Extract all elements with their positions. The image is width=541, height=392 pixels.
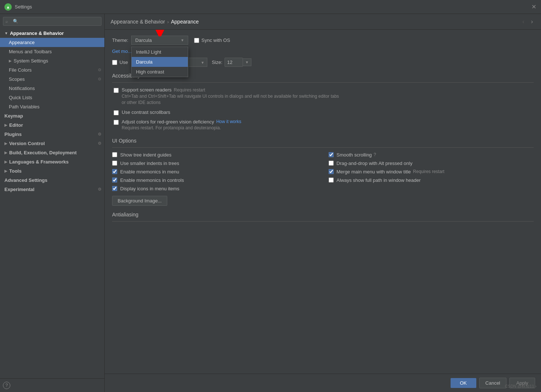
sidebar-item-plugins[interactable]: Plugins ⚙ bbox=[0, 130, 104, 139]
theme-dropdown-popup: IntelliJ Light Darcula High contrast bbox=[131, 47, 188, 77]
full-path-label: Always show full path in window header bbox=[337, 177, 421, 183]
sync-os-checkbox[interactable] bbox=[194, 38, 199, 43]
ui-option-display-icons: Display icons in menu items bbox=[112, 186, 318, 191]
nav-back-button[interactable]: ‹ bbox=[520, 18, 526, 26]
sidebar-item-menus-toolbars[interactable]: Menus and Toolbars bbox=[0, 47, 104, 56]
sidebar-item-tools[interactable]: ▶ Tools bbox=[0, 166, 104, 176]
use-custom-font-wrap: Use bbox=[112, 60, 130, 65]
red-green-checkbox[interactable] bbox=[114, 120, 119, 125]
mnemonics-menu-checkbox[interactable] bbox=[112, 169, 117, 174]
expand-arrow-icon: ▶ bbox=[4, 160, 7, 164]
accessibility-screen-readers-row: Support screen readers Requires restart … bbox=[112, 87, 534, 106]
ui-options-left-col: Show tree indent guides Use smaller inde… bbox=[112, 152, 318, 191]
main-content: ⌕ ▼ Appearance & Behavior Appearance Men… bbox=[0, 14, 541, 392]
tree-indent-checkbox[interactable] bbox=[112, 152, 117, 157]
mnemonics-controls-checkbox[interactable] bbox=[112, 177, 117, 183]
drag-drop-checkbox[interactable] bbox=[329, 161, 334, 166]
sidebar-item-keymap[interactable]: Keymap bbox=[0, 111, 104, 121]
how-it-works-link[interactable]: How it works bbox=[216, 119, 241, 124]
ui-option-mnemonics-controls: Enable mnemonics in controls bbox=[112, 177, 318, 183]
sidebar-item-advanced-settings[interactable]: Advanced Settings bbox=[0, 176, 104, 185]
sidebar-label: System Settings bbox=[14, 58, 48, 64]
nav-forward-button[interactable]: › bbox=[529, 18, 535, 26]
theme-option-high-contrast[interactable]: High contrast bbox=[132, 67, 188, 77]
ok-button[interactable]: OK bbox=[451, 378, 476, 388]
sidebar-item-version-control[interactable]: ▶ Version Control ⚙ bbox=[0, 139, 104, 148]
settings-window: ▲ Settings ✕ ⌕ ▼ Appearance & Behavior A… bbox=[0, 0, 541, 392]
contrast-scrollbars-checkbox[interactable] bbox=[114, 110, 119, 115]
sidebar-label: Notifications bbox=[9, 86, 35, 91]
theme-dropdown-button[interactable]: Darcula ▼ bbox=[131, 36, 188, 45]
use-custom-font-checkbox[interactable] bbox=[112, 60, 117, 65]
sidebar-label: Appearance bbox=[9, 40, 35, 45]
sidebar-item-editor[interactable]: ▶ Editor bbox=[0, 121, 104, 130]
sidebar-item-path-variables[interactable]: Path Variables bbox=[0, 102, 104, 111]
cancel-button[interactable]: Cancel bbox=[479, 378, 506, 388]
close-button[interactable]: ✕ bbox=[531, 4, 537, 10]
breadcrumb-current: Appearance bbox=[171, 19, 199, 25]
contrast-scrollbars-label: Use contrast scrollbars bbox=[122, 109, 170, 115]
nav-buttons: ‹ › bbox=[520, 18, 535, 26]
accessibility-red-green-row: Adjust colors for red-green vision defic… bbox=[112, 119, 534, 130]
sidebar-item-appearance-behavior[interactable]: ▼ Appearance & Behavior bbox=[0, 29, 104, 38]
sidebar-label: Scopes bbox=[9, 76, 25, 82]
requires-restart-badge: Requires restart bbox=[174, 87, 205, 93]
smaller-indents-checkbox[interactable] bbox=[112, 161, 117, 166]
sidebar-item-languages[interactable]: ▶ Languages & Frameworks bbox=[0, 157, 104, 166]
theme-option-darcula[interactable]: Darcula bbox=[132, 57, 188, 67]
drag-drop-label: Drag-and-drop with Alt pressed only bbox=[337, 161, 413, 166]
screen-readers-checkbox[interactable] bbox=[114, 88, 119, 93]
sidebar-item-experimental[interactable]: Experimental ⚙ bbox=[0, 185, 104, 194]
display-icons-checkbox[interactable] bbox=[112, 186, 117, 191]
antialiasing-title: Antialiasing bbox=[112, 212, 534, 217]
settings-icon: ⚙ bbox=[98, 77, 101, 82]
expand-arrow-icon: ▶ bbox=[4, 169, 7, 173]
ui-options-right-col: Smooth scrolling ? Drag-and-drop with Al… bbox=[329, 152, 534, 191]
sidebar-item-quick-lists[interactable]: Quick Lists bbox=[0, 93, 104, 102]
help-button[interactable]: ? bbox=[3, 382, 10, 389]
sidebar-item-system-settings[interactable]: ▶ System Settings bbox=[0, 56, 104, 65]
sidebar-label: Quick Lists bbox=[9, 95, 32, 100]
title-bar: ▲ Settings ✕ bbox=[0, 0, 541, 14]
background-image-button[interactable]: Background Image... bbox=[112, 196, 167, 206]
expand-arrow-icon: ▶ bbox=[4, 151, 7, 155]
red-green-subtext: Requires restart. For protanopia and deu… bbox=[122, 125, 241, 130]
smooth-scrolling-checkbox[interactable] bbox=[329, 152, 334, 157]
sidebar-label: Menus and Toolbars bbox=[9, 49, 52, 54]
search-box: ⌕ bbox=[3, 17, 101, 26]
display-icons-label: Display icons in menu items bbox=[120, 186, 179, 191]
merge-menu-label: Merge main menu with window title bbox=[337, 169, 411, 175]
screen-readers-subtext: Ctrl+Tab and Ctrl+Shift+Tab will navigat… bbox=[122, 93, 342, 106]
merge-menu-checkbox[interactable] bbox=[329, 169, 334, 174]
font-size-input[interactable] bbox=[225, 58, 243, 67]
settings-icon: ⚙ bbox=[98, 187, 101, 192]
search-input[interactable] bbox=[3, 17, 101, 26]
settings-icon: ⚙ bbox=[98, 132, 101, 137]
smooth-scrolling-label: Smooth scrolling bbox=[337, 152, 372, 158]
font-size-dropdown-btn[interactable]: ▼ bbox=[243, 58, 251, 66]
ui-option-drag-drop: Drag-and-drop with Alt pressed only bbox=[329, 161, 534, 166]
settings-icon: ⚙ bbox=[98, 141, 101, 146]
smooth-scrolling-help-icon[interactable]: ? bbox=[374, 152, 376, 157]
use-custom-font-label: Use bbox=[119, 60, 128, 65]
get-more-themes-link[interactable]: Get mo... bbox=[112, 48, 132, 54]
sidebar-item-scopes[interactable]: Scopes ⚙ bbox=[0, 75, 104, 84]
sidebar-item-file-colors[interactable]: File Colors ⚙ bbox=[0, 65, 104, 75]
bottom-bar: OK Cancel Apply bbox=[105, 374, 541, 392]
theme-option-intellij-light[interactable]: IntelliJ Light bbox=[132, 47, 188, 57]
sidebar-label: File Colors bbox=[9, 67, 32, 73]
sidebar-label: Keymap bbox=[4, 113, 23, 119]
font-size-label: Size: bbox=[212, 60, 222, 65]
accessibility-divider bbox=[112, 82, 534, 83]
mnemonics-menu-label: Enable mnemonics in menu bbox=[120, 169, 179, 175]
expand-arrow-icon: ▶ bbox=[9, 59, 12, 63]
full-path-checkbox[interactable] bbox=[329, 177, 334, 183]
expand-arrow-icon: ▶ bbox=[4, 123, 7, 127]
sidebar-label: Advanced Settings bbox=[4, 177, 47, 183]
sidebar-item-appearance[interactable]: Appearance bbox=[0, 38, 104, 47]
breadcrumb-parent: Appearance & Behavior bbox=[111, 19, 165, 25]
smaller-indents-label: Use smaller indents in trees bbox=[120, 161, 179, 166]
sync-os-label: Sync with OS bbox=[201, 37, 230, 43]
sidebar-item-notifications[interactable]: Notifications bbox=[0, 84, 104, 93]
sidebar-item-build-exec[interactable]: ▶ Build, Execution, Deployment bbox=[0, 148, 104, 157]
